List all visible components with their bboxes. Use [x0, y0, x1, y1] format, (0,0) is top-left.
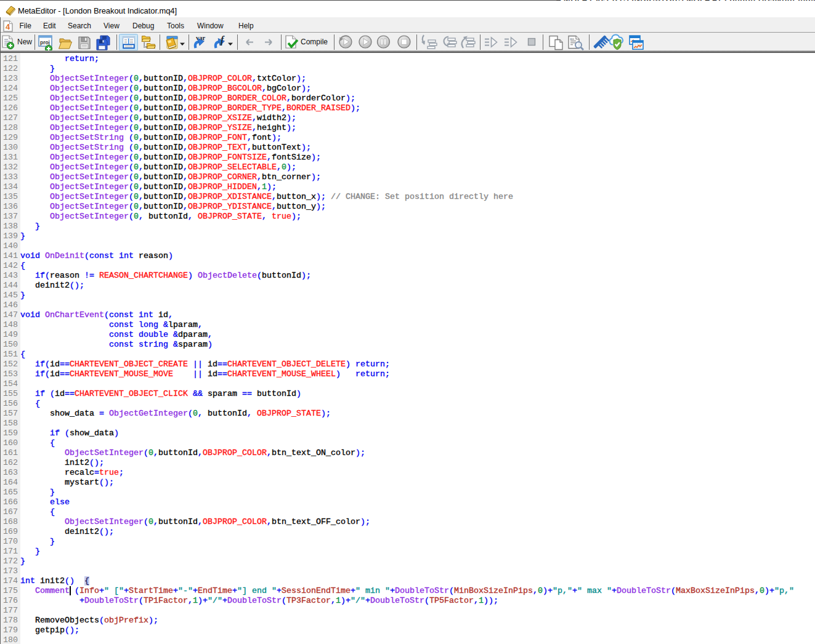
svg-text:4: 4 — [6, 22, 10, 31]
svg-text:proj: proj — [40, 39, 50, 46]
svg-text:f: f — [221, 34, 225, 46]
